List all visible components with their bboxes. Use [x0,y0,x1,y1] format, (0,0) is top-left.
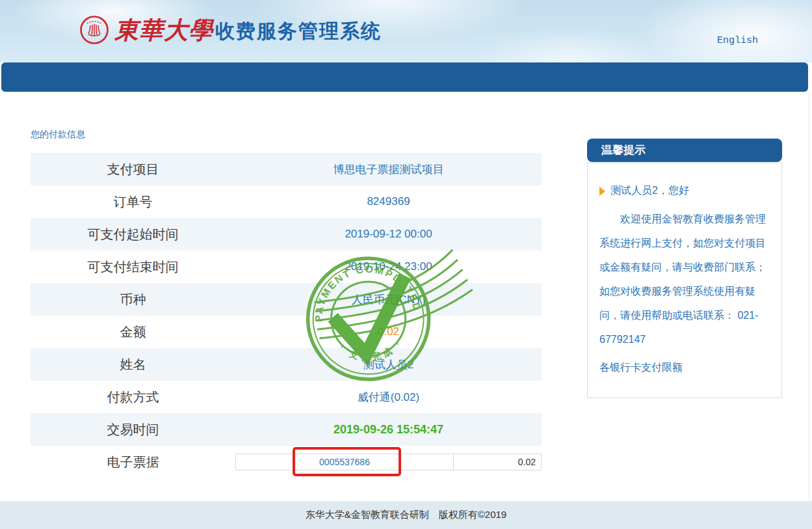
table-row-transaction-time: 交易时间 2019-09-26 15:54:47 [31,413,542,446]
user-greeting: 测试人员2，您好 [599,184,770,198]
footer: 东华大学&金智教育联合研制 版权所有©2019 [0,501,812,529]
tips-sidebar-body: 测试人员2，您好 欢迎使用金智教育收费服务管理系统进行网上支付，如您对支付项目或… [587,163,782,398]
row-label: 金额 [31,323,235,341]
row-label: 可支付起始时间 [31,226,235,243]
payment-info-table: 支付项目 博思电子票据测试项目 订单号 8249369 可支付起始时间 2019… [31,153,542,478]
table-row-currency: 币种 人民币元[CNY] [31,283,542,316]
table-row-payment-method: 付款方式 威付通(0.02) [31,381,542,413]
row-label: 支付项目 [31,161,235,178]
row-value: 8249369 [235,195,542,208]
arrow-right-icon [599,187,605,196]
table-row-amount: 金额 0.02 [31,316,542,348]
table-row-e-receipt: 电子票据 0005537686 0.02 [31,446,542,478]
tips-paragraph: 欢迎使用金智教育收费服务管理系统进行网上支付，如您对支付项目或金额有疑问，请与收… [599,207,770,351]
table-row-order-number: 订单号 8249369 [31,185,542,218]
row-value: 2019-09-12 00:00 [235,228,542,241]
english-language-link[interactable]: English [717,35,758,46]
row-value-amount: 0.02 [235,325,542,338]
table-row-pay-end-time: 可支付结束时间 2019-10-24 23:00 [31,251,542,283]
row-label: 电子票据 [31,454,235,471]
payment-result-page: 東華大學 收费服务管理系统 English 您的付款信息 支付项目 博思电子票据… [0,0,812,529]
row-value: 博思电子票据测试项目 [235,162,542,177]
row-label: 订单号 [31,193,235,211]
row-value: 人民币元[CNY] [235,292,542,307]
row-label: 可支付结束时间 [31,258,235,276]
university-name: 東華大學 [114,14,212,47]
navigation-bar [1,62,808,92]
row-label: 姓名 [31,356,235,373]
university-seal-icon [79,15,109,45]
row-value: 2019-10-24 23:00 [235,260,542,273]
receipt-number-link[interactable]: 0005537686 [236,454,454,470]
system-title: 收费服务管理系统 [215,18,382,45]
copyright-text: 东华大学&金智教育联合研制 版权所有©2019 [306,509,506,521]
row-value: 威付通(0.02) [235,390,542,405]
row-label: 付款方式 [31,388,235,406]
bank-card-limit-link[interactable]: 各银行卡支付限额 [599,355,683,379]
greeting-text: 测试人员2，您好 [610,184,689,198]
row-value: 测试人员2 [235,357,542,372]
main-content: 您的付款信息 支付项目 博思电子票据测试项目 订单号 8249369 可支付起始… [0,92,809,501]
tips-sidebar-title: 温馨提示 [587,139,782,162]
row-value-transaction-time: 2019-09-26 15:54:47 [235,423,542,437]
row-label: 币种 [31,291,235,308]
table-row-pay-start-time: 可支付起始时间 2019-09-12 00:00 [31,218,542,251]
tips-sidebar: 温馨提示 测试人员2，您好 欢迎使用金智教育收费服务管理系统进行网上支付，如您对… [587,139,782,398]
payment-info-heading: 您的付款信息 [31,129,85,141]
receipt-inner-table: 0005537686 0.02 [235,454,542,470]
header-banner: 東華大學 收费服务管理系统 English [0,0,812,62]
row-label: 交易时间 [31,421,235,439]
row-value-receipt: 0005537686 0.02 [235,454,542,470]
receipt-amount: 0.02 [454,454,541,470]
table-row-payment-item: 支付项目 博思电子票据测试项目 [31,153,542,185]
table-row-name: 姓名 测试人员2 [31,348,542,381]
